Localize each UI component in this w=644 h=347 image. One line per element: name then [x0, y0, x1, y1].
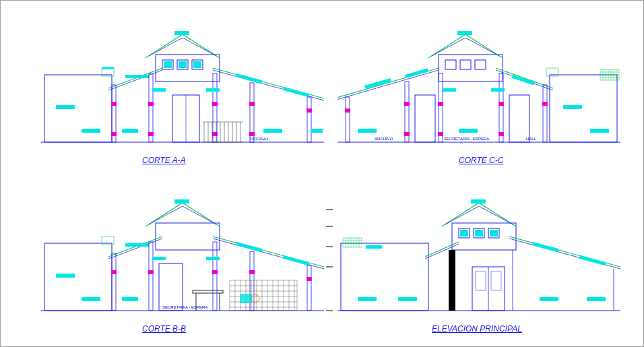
svg-rect-101 [149, 242, 153, 311]
elevation-principal [337, 189, 620, 324]
svg-rect-146 [460, 230, 468, 236]
svg-rect-100 [112, 253, 116, 311]
svg-rect-11 [193, 61, 201, 68]
label-hall: HALL [526, 137, 536, 141]
svg-rect-110 [159, 263, 183, 311]
svg-rect-97 [125, 243, 149, 247]
svg-rect-67 [404, 102, 410, 106]
svg-rect-74 [415, 95, 435, 142]
svg-rect-19 [307, 97, 311, 142]
svg-rect-150 [579, 255, 606, 265]
svg-rect-55 [445, 60, 456, 69]
section-cc: ARCHIVO SECRETARIA - ESPERA HALL [337, 21, 620, 156]
svg-rect-79 [590, 129, 609, 133]
svg-rect-95 [156, 223, 220, 250]
section-bb: SECRETARIA - ESPERA [41, 189, 324, 324]
title-elevacion-principal: ELEVACION PRINCIPAL [432, 324, 522, 334]
title-corte-cc: CORTE C-C [459, 156, 503, 165]
svg-rect-60 [511, 75, 535, 86]
svg-rect-147 [475, 230, 483, 236]
svg-rect-73 [498, 132, 504, 136]
svg-rect-71 [404, 132, 410, 136]
svg-rect-24 [307, 108, 312, 113]
svg-rect-107 [212, 270, 218, 274]
svg-rect-99 [283, 255, 310, 265]
svg-rect-26 [148, 132, 154, 136]
elevation-principal-svg [337, 189, 620, 324]
svg-rect-142 [471, 199, 486, 203]
svg-rect-81 [491, 88, 505, 92]
svg-rect-69 [498, 102, 504, 106]
section-cc-svg [337, 21, 620, 156]
svg-rect-58 [364, 78, 391, 89]
svg-rect-138 [206, 257, 220, 260]
svg-rect-132 [240, 294, 252, 303]
svg-rect-104 [307, 265, 311, 311]
svg-rect-75 [509, 95, 529, 142]
svg-rect-47 [311, 129, 323, 133]
section-aa-svg [41, 21, 324, 156]
svg-rect-98 [236, 242, 263, 252]
svg-rect-156 [476, 272, 486, 290]
svg-rect-137 [152, 257, 166, 260]
svg-rect-111 [193, 290, 223, 293]
svg-rect-16 [149, 73, 153, 142]
svg-rect-162 [366, 245, 382, 249]
svg-rect-76 [358, 129, 377, 133]
svg-rect-68 [438, 102, 443, 106]
svg-rect-48 [152, 88, 166, 92]
svg-rect-28 [249, 132, 255, 136]
svg-rect-105 [111, 270, 117, 274]
svg-rect-106 [148, 270, 154, 274]
svg-rect-61 [346, 97, 350, 142]
svg-rect-5 [174, 31, 189, 35]
svg-rect-149 [532, 242, 559, 252]
svg-rect-66 [345, 108, 350, 113]
svg-rect-64 [499, 73, 503, 142]
svg-rect-23 [249, 102, 255, 106]
svg-rect-9 [164, 61, 172, 68]
svg-rect-70 [542, 102, 548, 106]
svg-rect-134 [56, 274, 75, 278]
svg-rect-159 [398, 297, 417, 301]
svg-rect-136 [122, 297, 138, 301]
svg-rect-65 [543, 85, 547, 142]
label-secretaria-bb: SECRETARIA - ESPERA [162, 305, 207, 309]
svg-rect-153 [449, 250, 455, 311]
svg-rect-160 [540, 297, 558, 301]
svg-rect-14 [283, 87, 310, 97]
svg-rect-21 [148, 102, 154, 106]
label-archivo: ARCHIVO [375, 137, 393, 141]
svg-rect-45 [122, 129, 138, 133]
svg-point-133 [251, 294, 259, 303]
dimension-ticks [323, 189, 336, 324]
svg-rect-157 [491, 272, 501, 290]
svg-rect-13 [236, 73, 263, 84]
svg-rect-93 [44, 243, 112, 311]
svg-rect-12 [125, 75, 149, 78]
svg-rect-135 [82, 297, 100, 301]
svg-rect-57 [475, 60, 486, 69]
svg-rect-22 [212, 102, 218, 106]
title-corte-bb: CORTE B-B [142, 324, 186, 334]
title-corte-aa: CORTE A-A [142, 156, 186, 165]
svg-rect-78 [563, 105, 582, 109]
svg-rect-108 [249, 270, 255, 274]
svg-rect-1 [44, 75, 112, 142]
svg-rect-27 [212, 132, 218, 136]
svg-rect-80 [443, 88, 456, 92]
label-secretaria-cc: SECRETARIA - ESPERA [444, 137, 489, 141]
section-bb-svg [41, 189, 324, 324]
svg-rect-25 [111, 132, 117, 136]
svg-rect-77 [459, 129, 478, 133]
svg-rect-63 [439, 73, 443, 142]
svg-rect-20 [111, 102, 117, 106]
svg-rect-148 [490, 230, 498, 236]
svg-rect-109 [307, 277, 312, 281]
svg-rect-44 [82, 129, 100, 133]
svg-rect-54 [457, 31, 472, 35]
svg-rect-102 [213, 242, 217, 311]
svg-rect-49 [206, 88, 220, 92]
svg-rect-72 [438, 132, 443, 136]
svg-rect-46 [263, 129, 282, 133]
